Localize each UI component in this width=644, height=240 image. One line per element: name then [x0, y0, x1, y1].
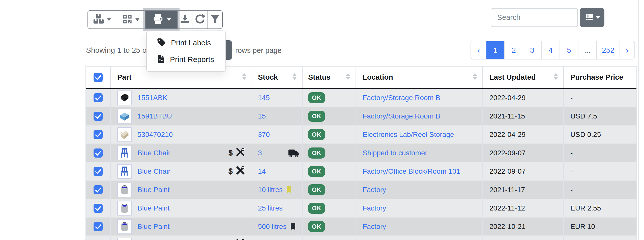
pagination-page-1[interactable]: 1	[486, 41, 504, 59]
row-checkbox[interactable]	[94, 185, 103, 194]
column-header-label: Location	[363, 73, 393, 81]
part-thumbnail[interactable]	[117, 91, 132, 105]
stock-link[interactable]: 3	[258, 149, 262, 157]
column-header-status[interactable]: Status	[303, 67, 356, 88]
screwdriver-wrench-icon	[236, 147, 245, 158]
part-thumbnail[interactable]	[117, 183, 132, 197]
purchase-price-value: EUR 2.55	[570, 204, 601, 212]
part-link[interactable]: Blue Chair	[137, 167, 170, 175]
part-link[interactable]: Blue Chair	[137, 149, 170, 157]
part-link[interactable]: Blue Paint	[137, 186, 170, 194]
part-link[interactable]: Blue Paint	[137, 223, 170, 231]
location-link[interactable]: Factory/Storage Room B	[363, 112, 440, 120]
column-header-purchase-price[interactable]: Purchase Price	[564, 67, 636, 88]
part-thumbnail[interactable]	[117, 164, 132, 179]
stock-link[interactable]: 500 litres	[258, 223, 287, 231]
sort-icon[interactable]	[346, 73, 350, 81]
part-link[interactable]: 1591BTBU	[137, 112, 172, 120]
dollar-icon: $	[228, 167, 233, 176]
part-thumbnail[interactable]	[117, 219, 132, 234]
location-link[interactable]: Factory	[363, 223, 386, 231]
row-checkbox[interactable]	[94, 204, 103, 213]
stock-link[interactable]: 25 litres	[258, 204, 283, 212]
column-visibility-button[interactable]	[580, 8, 604, 27]
status-badge: OK	[308, 92, 325, 103]
stock-table: Part Stock Status Location Last Updated …	[85, 66, 637, 240]
location-link[interactable]: Factory/Storage Room B	[363, 94, 440, 102]
sort-icon[interactable]	[292, 73, 297, 81]
stock-link[interactable]: 10 litres	[258, 186, 283, 194]
pagination-ellipsis: ...	[578, 41, 596, 59]
sort-icon[interactable]	[242, 73, 246, 81]
menu-item-label: Print Labels	[171, 39, 211, 47]
column-header-label: Purchase Price	[570, 73, 623, 81]
last-updated-value: 2022-04-29	[489, 131, 525, 139]
stock-actions-button[interactable]	[88, 11, 116, 28]
row-checkbox[interactable]	[94, 93, 103, 102]
pagination-page-3[interactable]: 3	[523, 41, 541, 59]
status-badge: OK	[308, 129, 325, 140]
location-link[interactable]: Factory	[363, 204, 386, 212]
stock-link[interactable]: 145	[258, 94, 270, 102]
menu-item-print-labels[interactable]: Print Labels	[147, 35, 225, 51]
pagination-page-252[interactable]: 252	[596, 41, 620, 59]
stock-link[interactable]: 14	[258, 167, 266, 175]
row-checkbox[interactable]	[94, 167, 103, 176]
barcode-actions-button[interactable]	[116, 11, 145, 28]
refresh-button[interactable]	[192, 11, 208, 28]
filter-icon	[210, 14, 220, 25]
purchase-price-value: EUR 10	[570, 223, 595, 231]
location-link[interactable]: Factory	[363, 186, 386, 194]
part-link[interactable]: Blue Paint	[137, 204, 170, 212]
panel-right-border	[638, 0, 639, 240]
showing-entries-text: Showing 1 to 25 o	[86, 46, 147, 54]
purchase-price-value: USD 7.5	[570, 112, 597, 120]
download-button[interactable]	[177, 11, 192, 28]
table-toolbar	[87, 10, 223, 29]
stock-link[interactable]: 370	[258, 131, 270, 139]
column-header-label: Last Updated	[489, 73, 536, 81]
table-row: Blue Chair $ 3 OK Shipped to customer 20…	[86, 144, 636, 162]
search-input[interactable]	[491, 8, 578, 27]
select-all-checkbox[interactable]	[94, 73, 103, 82]
row-checkbox[interactable]	[94, 130, 103, 139]
print-actions-button[interactable]	[145, 11, 177, 28]
part-thumbnail[interactable]	[117, 201, 132, 216]
last-updated-value: 2022-11-12	[489, 204, 525, 212]
filter-button[interactable]	[208, 11, 222, 28]
chevron-down-icon	[135, 18, 139, 21]
column-header-stock[interactable]: Stock	[252, 67, 303, 88]
menu-item-print-reports[interactable]: Print Reports	[147, 51, 225, 68]
table-row: 530470210 370 OK Electronics Lab/Reel St…	[86, 126, 636, 144]
part-thumbnail[interactable]	[117, 127, 132, 142]
pagination-page-5[interactable]: 5	[560, 41, 578, 59]
screwdriver-wrench-icon	[236, 239, 245, 240]
part-thumbnail[interactable]	[117, 109, 132, 124]
row-checkbox[interactable]	[94, 148, 103, 158]
part-link[interactable]: 1551ABK	[137, 94, 167, 102]
pagination-page-4[interactable]: 4	[541, 41, 560, 59]
sort-icon[interactable]	[554, 73, 558, 81]
location-link[interactable]: Factory/Office Block/Room 101	[363, 167, 460, 175]
part-thumbnail[interactable]	[117, 146, 132, 160]
table-row: Blue Chair $ 14 OK Factory/Office Block/…	[86, 162, 636, 181]
pagination-prev[interactable]: ‹	[471, 41, 486, 59]
purchase-price-value: -	[570, 149, 573, 157]
pagination-next[interactable]: ›	[620, 41, 634, 59]
part-link[interactable]: 530470210	[137, 131, 173, 139]
qrcode-icon	[122, 14, 132, 25]
table-list-icon	[585, 13, 594, 23]
location-link[interactable]: Electronics Lab/Reel Storage	[363, 131, 454, 139]
pagination-page-2[interactable]: 2	[504, 41, 523, 59]
location-link[interactable]: Shipped to customer	[363, 149, 427, 157]
sort-icon[interactable]	[473, 73, 477, 81]
column-header-location[interactable]: Location	[356, 67, 483, 88]
row-checkbox[interactable]	[94, 222, 103, 231]
last-updated-value: 2021-11-15	[489, 112, 525, 120]
last-updated-value: 2021-11-17	[489, 186, 525, 194]
last-updated-value: 2022-09-07	[489, 149, 525, 157]
column-header-last-updated[interactable]: Last Updated	[483, 67, 564, 88]
row-checkbox[interactable]	[94, 112, 103, 121]
stock-link[interactable]: 15	[258, 112, 266, 120]
part-thumbnail[interactable]	[117, 238, 132, 240]
